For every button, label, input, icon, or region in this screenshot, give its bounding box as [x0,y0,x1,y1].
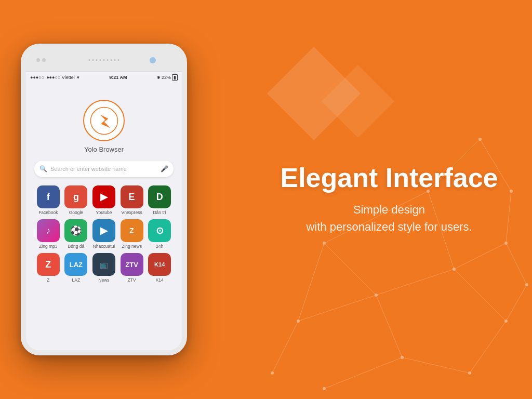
app-name: Yolo Browser [84,145,124,153]
app-ztv[interactable]: ZTV ZTV [120,253,144,283]
apps-row-1: f Facebook g Google ▶ Youtube E Vnexpres… [34,185,174,215]
svg-point-26 [510,190,513,193]
search-placeholder: Search or enter website name [50,166,161,172]
svg-line-6 [470,321,506,373]
app-label-ztv: ZTV [128,277,136,283]
svg-line-16 [272,321,298,373]
svg-point-20 [453,268,456,271]
app-icon-zingnews: Z [121,219,143,242]
svg-line-3 [324,243,376,295]
app-vnexpress[interactable]: E Vnexpress [120,185,144,215]
subheadline-text: Simple design with personalized style fo… [277,202,501,236]
status-right: ✱ 22% ▮ [157,74,178,81]
app-icon-k14: K14 [148,253,171,276]
carrier-name: ●●●○○ Viettel [46,75,75,80]
svg-point-31 [323,387,326,390]
app-label-zing: Z [47,277,49,283]
svg-point-23 [504,320,508,323]
svg-point-28 [525,283,528,286]
app-label-nhaccuatui: Nhaccuatui [93,244,115,249]
status-bar: ●●●○○ ●●●○○ Viettel ▾ 9:21 AM ✱ 22% ▮ [26,72,182,83]
search-bar[interactable]: 🔍 Search or enter website name 🎤 [34,161,174,177]
phone-camera [150,57,156,63]
browser-content: Yolo Browser 🔍 Search or enter website n… [26,83,182,289]
app-icon-24h: ⊙ [148,219,171,242]
svg-point-27 [504,242,508,245]
apps-row-3: Z Z LAZ LAZ 📺 News ZTV ZTV [34,253,174,283]
app-24h[interactable]: ⊙ 24h [148,219,171,249]
battery-icon: ▮ [172,74,178,81]
app-k14[interactable]: K14 K14 [148,253,171,283]
phone-screen: ●●●○○ ●●●○○ Viettel ▾ 9:21 AM ✱ 22% ▮ [26,72,182,350]
phone-hardware-top [26,49,182,72]
app-label-bongda: Bóng đá [68,244,85,249]
yolo-logo-circle [83,100,125,141]
svg-point-18 [478,138,482,141]
search-icon: 🔍 [39,165,47,172]
app-label-youtube: Youtube [96,210,112,215]
apps-row-2: ♪ Zing mp3 ⚽ Bóng đá ▶ Nhaccuatui Z Zing… [34,219,174,249]
app-icon-facebook: f [37,185,60,208]
svg-line-15 [298,295,376,321]
app-label-google: Google [69,210,83,215]
app-laz[interactable]: LAZ LAZ [64,253,88,283]
app-zing[interactable]: Z Z [36,253,60,283]
dot-2 [42,58,46,62]
svg-point-24 [468,371,471,375]
signal-dots: ●●●○○ [30,75,44,80]
app-label-k14: K14 [156,277,164,283]
app-icon-nhaccuatui: ▶ [92,219,115,242]
status-left: ●●●○○ ●●●○○ Viettel ▾ [30,75,79,80]
app-youtube[interactable]: ▶ Youtube [92,185,116,215]
app-facebook[interactable]: f Facebook [36,185,60,215]
mic-icon: 🎤 [161,165,168,172]
dot-1 [36,58,40,62]
app-zingnews[interactable]: Z Zing news [120,219,144,249]
svg-line-11 [454,243,506,269]
svg-point-22 [323,242,326,245]
phone-mockup: ●●●○○ ●●●○○ Viettel ▾ 9:21 AM ✱ 22% ▮ [16,44,192,355]
app-label-news: News [98,277,109,283]
app-icon-vnexpress: E [121,185,143,208]
wifi-icon: ▾ [77,75,79,80]
svg-point-25 [401,356,404,359]
app-label-24h: 24h [156,244,163,249]
phone-speaker-dots [89,59,119,61]
svg-line-10 [506,191,511,243]
app-label-laz: LAZ [72,277,81,283]
app-nhaccuatui[interactable]: ▶ Nhaccuatui [92,219,116,249]
phone-indicator-dots [36,58,46,62]
app-icon-zingmp3: ♪ [37,219,60,242]
headline-text: Elegant Interface [277,163,501,193]
app-icon-zing: Z [37,253,60,276]
svg-point-29 [297,320,300,323]
app-label-zingmp3: Zing mp3 [39,244,57,249]
bluetooth-icon: ✱ [157,75,161,80]
svg-line-8 [402,357,470,373]
svg-line-2 [376,269,454,295]
svg-line-17 [324,357,402,389]
svg-line-14 [298,243,324,321]
svg-point-30 [271,371,274,375]
app-label-dantri: Dân trí [153,210,166,215]
battery-percent: 22% [162,75,171,80]
app-icon-bongda: ⚽ [64,219,87,242]
status-time: 9:21 AM [109,75,127,80]
app-news[interactable]: 📺 News [92,253,116,283]
app-label-vnexpress: Vnexpress [122,210,142,215]
svg-point-21 [375,294,378,297]
app-bongda[interactable]: ⚽ Bóng đá [64,219,88,249]
app-label-zingnews: Zing news [122,244,142,249]
phone-body: ●●●○○ ●●●○○ Viettel ▾ 9:21 AM ✱ 22% ▮ [21,44,187,355]
svg-marker-33 [322,65,394,138]
app-icon-youtube: ▶ [92,185,115,208]
app-dantri[interactable]: D Dân trí [148,185,171,215]
svg-line-7 [376,295,402,357]
app-icon-ztv: ZTV [121,253,143,276]
app-label-facebook: Facebook [38,210,58,215]
app-google[interactable]: g Google [64,185,88,215]
app-zingmp3[interactable]: ♪ Zing mp3 [36,219,60,249]
svg-line-12 [506,243,527,285]
app-icon-news: 📺 [92,253,115,276]
app-icon-dantri: D [148,185,171,208]
